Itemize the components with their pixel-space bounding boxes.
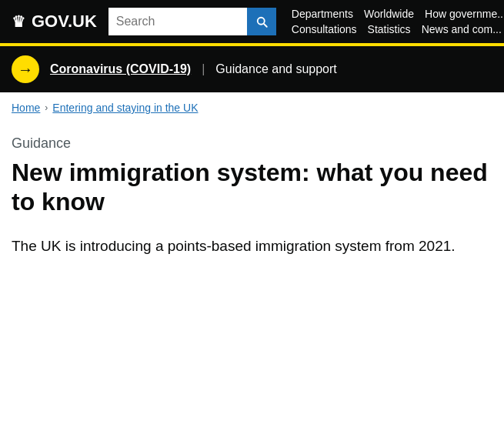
crown-icon: ♛ xyxy=(12,12,25,31)
breadcrumb: Home › Entering and staying in the UK xyxy=(0,92,504,120)
breadcrumb-chevron: › xyxy=(45,102,48,113)
nav-news[interactable]: News and com... xyxy=(422,23,502,35)
nav-row-1: Departments Worldwide How governme... xyxy=(292,8,504,20)
breadcrumb-current[interactable]: Entering and staying in the UK xyxy=(52,102,198,114)
breadcrumb-home[interactable]: Home xyxy=(12,102,40,114)
search-input[interactable] xyxy=(108,8,247,35)
nav-consultations[interactable]: Consultations xyxy=(292,23,357,35)
search-form xyxy=(108,8,276,35)
covid-guidance-text: Guidance and support xyxy=(215,62,336,76)
main-content: Guidance New immigration system: what yo… xyxy=(0,120,504,280)
covid-banner: → Coronavirus (COVID-19) | Guidance and … xyxy=(0,46,504,92)
search-icon xyxy=(255,15,269,28)
nav-row-2: Consultations Statistics News and com... xyxy=(292,23,504,35)
covid-arrow-circle: → xyxy=(12,55,39,83)
nav-links: Departments Worldwide How governme... Co… xyxy=(292,8,504,35)
nav-statistics[interactable]: Statistics xyxy=(368,23,411,35)
nav-departments[interactable]: Departments xyxy=(292,8,353,20)
page-title: New immigration system: what you need to… xyxy=(12,158,492,217)
gov-uk-logo[interactable]: ♛ GOV.UK xyxy=(12,12,97,32)
search-button[interactable] xyxy=(247,8,276,35)
covid-banner-text: Coronavirus (COVID-19) | Guidance and su… xyxy=(50,62,337,76)
nav-links-search-area: Departments Worldwide How governme... Co… xyxy=(108,8,504,35)
covid-link[interactable]: Coronavirus (COVID-19) xyxy=(50,62,191,76)
nav-how-government[interactable]: How governme... xyxy=(425,8,504,20)
covid-separator: | xyxy=(202,62,205,76)
top-navigation: ♛ GOV.UK Departments Worldwide How gover… xyxy=(0,0,504,43)
arrow-icon: → xyxy=(18,62,33,77)
nav-worldwide[interactable]: Worldwide xyxy=(364,8,414,20)
logo-text: GOV.UK xyxy=(32,12,97,32)
guidance-label: Guidance xyxy=(12,135,492,152)
page-description: The UK is introducing a points-based imm… xyxy=(12,236,473,258)
